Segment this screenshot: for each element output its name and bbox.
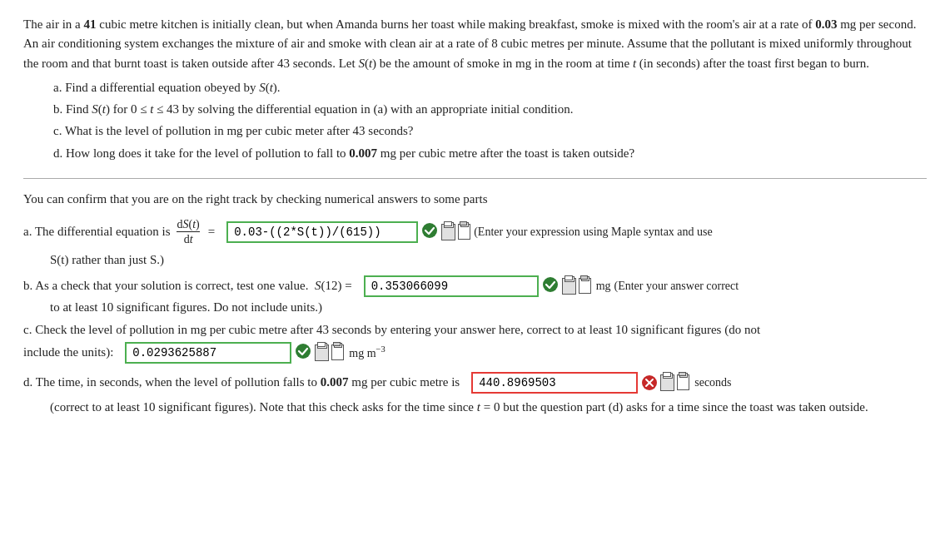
svg-point-0 [422, 223, 437, 238]
part-b-copy-icon[interactable] [562, 278, 576, 295]
part-c-icons [291, 343, 344, 363]
part-a-input[interactable] [226, 221, 418, 243]
problem-section: The air in a 41 cubic metre kitchen is i… [23, 15, 927, 163]
part-b-unit: mg [596, 280, 611, 293]
part-c-label-line1: c. Check the level of pollution in mg pe… [23, 323, 927, 337]
part-c-unit-sup: −3 [376, 344, 385, 354]
part-b-hint: (Enter your answer correct [614, 280, 739, 293]
part-b-label: b. As a check that your solution is corr… [23, 279, 352, 293]
part-a-check-icon[interactable] [421, 222, 438, 242]
part-d-paste-icon[interactable] [677, 374, 689, 390]
part-a-paste-icon[interactable] [458, 224, 470, 240]
equals-sign: = [208, 225, 215, 239]
part-c-paste-icon[interactable] [331, 344, 344, 360]
part-b-icons [539, 276, 591, 296]
part-d-icons [638, 374, 689, 391]
answer-block-a: a. The differential equation is dS(t) dt… [23, 218, 927, 267]
part-d-cross-icon[interactable] [642, 375, 657, 390]
part-b-input[interactable] [364, 275, 539, 297]
section-divider [23, 178, 927, 179]
frac-numerator: dS(t) [177, 218, 199, 232]
part-a-note: S(t) rather than just S.) [50, 253, 927, 267]
part-a-label: a. The differential equation is [23, 225, 170, 239]
part-b-paste-icon[interactable] [579, 278, 591, 294]
part-a-icons [418, 222, 470, 242]
problem-intro: The air in a 41 cubic metre kitchen is i… [23, 15, 927, 73]
part-d-input[interactable] [471, 372, 638, 394]
answer-row-c: include the units): mg m−3 [23, 342, 927, 364]
svg-point-2 [296, 344, 311, 359]
part-d-unit: seconds [694, 376, 731, 389]
part-c-copy-icon[interactable] [315, 344, 329, 361]
part-c-input[interactable] [125, 342, 291, 364]
problem-parts-list: a. Find a differential equation obeyed b… [53, 78, 927, 163]
problem-part-a: a. Find a differential equation obeyed b… [53, 78, 927, 97]
answer-block-b: b. As a check that your solution is corr… [23, 275, 927, 315]
part-c-label2: include the units): [23, 345, 113, 359]
answer-row-b: b. As a check that your solution is corr… [23, 275, 927, 297]
answer-row-d: d. The time, in seconds, when the level … [23, 372, 927, 394]
part-c-label: c. Check the level of pollution in mg pe… [23, 323, 760, 336]
confirm-section: You can confirm that you are on the righ… [23, 192, 927, 414]
part-d-copy-icon[interactable] [660, 374, 674, 391]
part-a-hint: (Enter your expression using Maple synta… [474, 225, 713, 239]
answer-block-d: d. The time, in seconds, when the level … [23, 372, 927, 414]
answer-row-a: a. The differential equation is dS(t) dt… [23, 218, 927, 246]
problem-part-c: c. What is the level of pollution in mg … [53, 121, 927, 141]
answer-block-c: c. Check the level of pollution in mg pe… [23, 323, 927, 364]
problem-part-b: b. Find S(t) for 0 ≤ t ≤ 43 by solving t… [53, 100, 927, 119]
part-c-check-icon[interactable] [295, 343, 311, 363]
svg-point-1 [543, 277, 558, 292]
fraction-dSdt: dS(t) dt [177, 218, 199, 246]
part-c-unit: mg m−3 [349, 344, 385, 360]
confirm-intro: You can confirm that you are on the righ… [23, 192, 927, 206]
part-d-note: (correct to at least 10 significant figu… [50, 400, 927, 414]
frac-denominator: dt [184, 232, 193, 246]
part-b-note: to at least 10 significant figures. Do n… [50, 300, 927, 315]
part-a-copy-icon[interactable] [441, 224, 455, 240]
part-d-label: d. The time, in seconds, when the level … [23, 375, 460, 389]
problem-part-d: d. How long does it take for the level o… [53, 144, 927, 163]
part-b-check-icon[interactable] [542, 276, 559, 296]
